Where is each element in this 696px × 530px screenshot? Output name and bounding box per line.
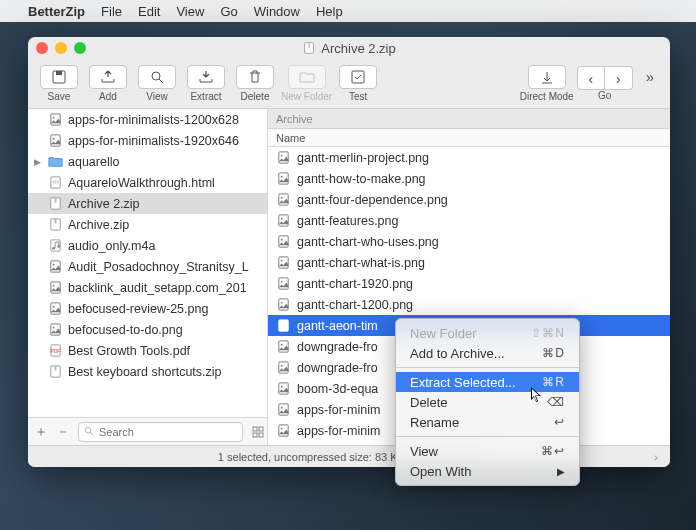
menu-betterzip[interactable]: BetterZip [28, 4, 85, 19]
search-field[interactable] [78, 422, 243, 442]
menu-go[interactable]: Go [220, 4, 237, 19]
menu-file[interactable]: File [101, 4, 122, 19]
add-button[interactable]: Add [85, 62, 131, 106]
extract-icon [198, 69, 214, 85]
status-chevron-icon[interactable]: › [654, 451, 658, 463]
svg-rect-30 [55, 366, 57, 371]
sidebar-item-label: befocused-to-do.png [68, 323, 183, 337]
sidebar-item[interactable]: befocused-to-do.png [28, 319, 267, 340]
svg-point-18 [57, 245, 60, 248]
svg-point-62 [281, 407, 283, 409]
menu-window[interactable]: Window [254, 4, 300, 19]
menu-help[interactable]: Help [316, 4, 343, 19]
sidebar-item[interactable]: Archive.zip [28, 214, 267, 235]
go-forward-button[interactable]: › [605, 66, 633, 90]
archive-row[interactable]: gantt-merlin-project.png [268, 147, 670, 168]
context-menu-item[interactable]: Open With▶ [396, 461, 579, 481]
svg-rect-3 [56, 71, 62, 75]
direct-mode-icon [539, 69, 555, 85]
chevron-left-icon: ‹ [588, 70, 593, 87]
sidebar-item[interactable]: apps-for-minimalists-1920x646 [28, 130, 267, 151]
add-source-button[interactable]: ＋ [34, 423, 48, 441]
sidebar-item[interactable]: apps-for-minimalists-1200x628 [28, 109, 267, 130]
save-button[interactable]: Save [36, 62, 82, 106]
svg-rect-5 [352, 71, 364, 83]
context-menu: New Folder⇧⌘NAdd to Archive...⌘DExtract … [395, 318, 580, 486]
sidebar-footer: ＋ － [28, 417, 267, 445]
view-button[interactable]: View [134, 62, 180, 106]
sidebar-item[interactable]: Archive 2.zip [28, 193, 267, 214]
archive-row[interactable]: gantt-chart-who-uses.png [268, 231, 670, 252]
view-icon [149, 69, 165, 85]
svg-point-4 [152, 72, 160, 80]
sidebar-item-label: apps-for-minimalists-1920x646 [68, 134, 239, 148]
svg-point-56 [281, 344, 283, 346]
sidebar-item[interactable]: PDFBest Growth Tools.pdf [28, 340, 267, 361]
sidebar-item-label: Archive 2.zip [68, 197, 140, 211]
disclosure-triangle-icon[interactable]: ▶ [34, 157, 41, 167]
archive-row[interactable]: gantt-chart-1200.png [268, 294, 670, 315]
sidebar: apps-for-minimalists-1200x628apps-for-mi… [28, 109, 268, 445]
svg-point-20 [53, 264, 55, 266]
archive-item-label: gantt-chart-1200.png [297, 298, 413, 312]
svg-point-31 [85, 427, 91, 433]
sidebar-item[interactable]: backlink_audit_setapp.com_201 [28, 277, 267, 298]
context-menu-item[interactable]: Delete⌫ [396, 392, 579, 412]
save-icon [51, 69, 67, 85]
file-browser-list[interactable]: apps-for-minimalists-1200x628apps-for-mi… [28, 109, 267, 417]
titlebar[interactable]: Archive 2.zip [28, 37, 670, 59]
archive-row[interactable]: gantt-how-to-make.png [268, 168, 670, 189]
minimize-button[interactable] [55, 42, 67, 54]
sidebar-item[interactable]: ▶aquarello [28, 151, 267, 172]
archive-row[interactable]: gantt-four-dependence.png [268, 189, 670, 210]
svg-rect-13 [55, 198, 57, 203]
context-menu-item[interactable]: Extract Selected...⌘R [396, 372, 579, 392]
sidebar-item[interactable]: Audit_Posadochnoy_Stranitsy_L [28, 256, 267, 277]
toolbar-overflow-icon[interactable]: » [646, 68, 654, 85]
archive-item-label: gantt-how-to-make.png [297, 172, 426, 186]
sidebar-item[interactable]: befocused-review-25.png [28, 298, 267, 319]
context-menu-item[interactable]: Rename↩ [396, 412, 579, 432]
menu-edit[interactable]: Edit [138, 4, 160, 19]
delete-button[interactable]: Delete [232, 62, 278, 106]
svg-point-40 [281, 176, 283, 178]
sidebar-item-label: Archive.zip [68, 218, 129, 232]
archive-item-label: gantt-four-dependence.png [297, 193, 448, 207]
column-header-name[interactable]: Name [268, 129, 670, 147]
keyboard-shortcut: ⌘R [542, 375, 565, 389]
sidebar-item-label: AquareloWalkthrough.html [68, 176, 215, 190]
path-bar[interactable]: Archive [268, 109, 670, 129]
new-folder-button[interactable]: New Folder [281, 62, 332, 106]
sidebar-item[interactable]: audio_only.m4a [28, 235, 267, 256]
svg-rect-33 [259, 427, 263, 431]
menu-separator [396, 367, 579, 368]
submenu-arrow-icon: ▶ [557, 466, 565, 477]
sidebar-item[interactable]: </>AquareloWalkthrough.html [28, 172, 267, 193]
svg-rect-34 [253, 433, 257, 437]
maximize-button[interactable] [74, 42, 86, 54]
search-input[interactable] [99, 426, 237, 438]
sidebar-item[interactable]: Best keyboard shortcuts.zip [28, 361, 267, 382]
go-back-button[interactable]: ‹ [577, 66, 605, 90]
svg-point-50 [281, 281, 283, 283]
trash-icon [248, 69, 262, 85]
zip-icon [302, 41, 316, 55]
archive-item-label: gantt-chart-who-uses.png [297, 235, 439, 249]
context-menu-item[interactable]: View⌘↩ [396, 441, 579, 461]
remove-source-button[interactable]: － [56, 423, 70, 441]
extract-button[interactable]: Extract [183, 62, 229, 106]
svg-rect-1 [308, 43, 310, 48]
sidebar-item-label: audio_only.m4a [68, 239, 155, 253]
test-button[interactable]: Test [335, 62, 381, 106]
close-button[interactable] [36, 42, 48, 54]
direct-mode-button[interactable]: Direct Mode [520, 62, 574, 106]
context-menu-item[interactable]: Add to Archive...⌘D [396, 343, 579, 363]
menu-view[interactable]: View [176, 4, 204, 19]
archive-row[interactable]: gantt-chart-what-is.png [268, 252, 670, 273]
archive-row[interactable]: gantt-chart-1920.png [268, 273, 670, 294]
sidebar-options-button-1[interactable] [251, 425, 265, 439]
add-icon [100, 69, 116, 85]
archive-item-label: downgrade-fro [297, 361, 378, 375]
context-menu-item: New Folder⇧⌘N [396, 323, 579, 343]
archive-row[interactable]: gantt-features.png [268, 210, 670, 231]
